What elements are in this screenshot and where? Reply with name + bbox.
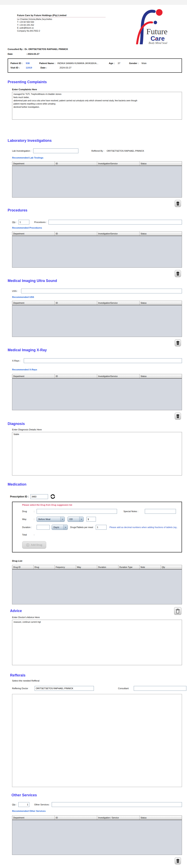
section-title-referrals: Refferals — [10, 673, 187, 678]
procedures-trash-row — [0, 270, 187, 277]
list-cell: Drug ID — [12, 565, 34, 569]
other-services-input-row: Qty : Other Services : — [12, 802, 187, 807]
lab-table-body[interactable] — [12, 166, 182, 197]
list-cell: Fequency — [55, 565, 76, 569]
age-value: 37 — [118, 62, 120, 64]
lab-input-row: Lab Investingation : Reffered By : ORITS… — [12, 148, 187, 153]
section-title-xray: Medical Imaging X-Ray — [8, 348, 187, 352]
lab-clear-trash-button[interactable] — [175, 200, 181, 207]
duration-input[interactable] — [37, 525, 50, 530]
add-drug-button[interactable]: Add Drug — [22, 541, 46, 549]
xray-label: X-Rays : — [12, 360, 21, 362]
list-cell: E: jude@future.sc — [17, 27, 112, 29]
advice-textarea[interactable]: reassure, continue current mgt — [12, 620, 182, 665]
recommended-uss-link[interactable]: Recommended USS — [12, 296, 34, 298]
chevron-down-icon: ▼ — [79, 517, 83, 522]
recommended-xray-link[interactable]: Recommended X-Rays — [12, 368, 37, 371]
heart-icon: ♥ — [155, 38, 156, 40]
date-value: : 2024-03-27 — [26, 53, 39, 55]
duration-type-select[interactable]: Day/s ▼ — [52, 525, 68, 530]
way-select[interactable]: Before Meal ▼ — [37, 517, 65, 522]
procedures-table: DepartmentIDInvestigation/ServiceStatus — [12, 231, 182, 268]
patient-info-bar: Patient ID : 938 Patient Name : INDIKA S… — [8, 58, 182, 73]
list-cell: Duration — [97, 565, 118, 569]
referral-list-box[interactable] — [12, 694, 182, 787]
recommended-other-services-link[interactable]: Recommended Other Services — [12, 810, 46, 812]
refresh-prescription-button[interactable] — [50, 494, 55, 499]
frequency-qty-input[interactable] — [86, 517, 96, 522]
other-services-table-body[interactable] — [12, 820, 182, 855]
other-services-input[interactable] — [52, 802, 182, 807]
other-services-clear-trash-button[interactable] — [175, 857, 181, 864]
advice-header-row: Advice — [0, 607, 187, 615]
procedures-table-body[interactable] — [12, 236, 182, 268]
consultant-label: Consultant — [118, 687, 134, 689]
list-cell: ID — [55, 301, 97, 305]
consultant-input[interactable] — [134, 686, 186, 691]
recommended-procedures-link[interactable]: Recommended Procedures — [12, 226, 42, 229]
list-cell: Qty — [161, 565, 182, 569]
window-top-strip — [0, 0, 187, 5]
section-title-ultrasound: Medical Imaging Ultra Sound — [8, 279, 187, 283]
list-cell: Status — [140, 231, 182, 236]
lab-investigation-input[interactable] — [33, 148, 78, 153]
prescription-id-input[interactable] — [30, 494, 48, 499]
drug-input[interactable] — [37, 509, 117, 514]
list-cell: Investigation/Service — [97, 374, 140, 378]
lab-trash-row — [0, 200, 187, 207]
special-notes-input[interactable] — [145, 509, 176, 514]
referred-by-label: Reffered By : — [91, 150, 104, 152]
referrals-label: Select the needed Refferal — [12, 680, 187, 682]
other-qty-label: Qty : — [12, 803, 17, 806]
advice-label: Enter Doctor's Advice Here — [12, 616, 187, 618]
section-title-other-services: Other Services — [11, 793, 187, 797]
recommended-lab-testings-link[interactable]: Recommended Lab Testings — [12, 156, 43, 159]
xray-table-body[interactable] — [12, 379, 182, 410]
plus-circle-icon — [26, 544, 29, 547]
list-cell: Way — [76, 565, 97, 569]
lab-table: DepartmentIDInvestigation/ServiceStatus — [12, 161, 182, 197]
list-cell: Department — [12, 161, 55, 165]
complaints-textarea[interactable]: managed for ?UTI, ?nephrolithiasis r/o b… — [12, 92, 182, 120]
drug-entry-panel: Please select the Drug from Drug suggess… — [12, 502, 182, 552]
procedures-input[interactable] — [48, 220, 182, 224]
uss-clear-trash-button[interactable] — [175, 339, 181, 346]
xray-input[interactable] — [24, 358, 182, 363]
list-cell: Company No.8417652-2 — [17, 30, 112, 32]
drug-list-table-body[interactable] — [12, 569, 182, 604]
visit-id-value: 11919 — [26, 66, 32, 69]
referring-doctor-input[interactable] — [35, 686, 94, 691]
date-label: Date — [8, 53, 26, 55]
chevron-down-icon: ▼ — [60, 517, 65, 522]
lab-input-label: Lab Investingation : — [12, 150, 31, 152]
other-services-label: Other Services : — [34, 803, 50, 806]
other-qty-input[interactable] — [18, 802, 29, 807]
list-cell: ID — [55, 374, 97, 378]
list-cell: Department — [12, 301, 55, 305]
xray-clear-trash-button[interactable] — [175, 413, 181, 420]
logo-red-dot — [156, 9, 163, 16]
prescription-id-label: Prescription ID : — [10, 495, 29, 498]
colon: : — [34, 518, 37, 520]
list-cell: ID — [55, 816, 97, 820]
drug-list-clear-trash-button[interactable] — [174, 607, 181, 615]
age-label: Age : — [109, 62, 118, 64]
procedures-clear-trash-button[interactable] — [175, 270, 181, 277]
diagnosis-textarea[interactable]: Stable — [12, 432, 182, 475]
consultation-date-line: Date : 2024-03-27 — [8, 53, 187, 55]
frequency-select-value: OD — [68, 518, 79, 520]
section-title-presenting-complaints: Presenting Complaints — [8, 80, 187, 84]
xray-table-header: DepartmentIDInvestigation/ServiceStatus — [12, 374, 182, 379]
uss-table-body[interactable] — [12, 305, 182, 337]
section-title-medication: Medication — [8, 482, 187, 487]
procedures-qty-input[interactable] — [18, 220, 29, 224]
referral-inputs-row: Reffering Doctor Consultant — [12, 686, 187, 691]
uss-input[interactable] — [21, 288, 182, 293]
company-logo: Future Care ♥ Body Mind Soul — [123, 5, 185, 45]
per-meal-input[interactable] — [96, 525, 107, 530]
trash-icon — [176, 859, 180, 863]
chevron-down-icon: ▼ — [63, 525, 68, 530]
patient-row-1: Patient ID : 938 Patient Name : INDIKA S… — [10, 61, 179, 65]
list-cell: Le Chainter,Victoria,Mahe,Seychelles — [17, 18, 112, 20]
frequency-select[interactable]: OD ▼ — [68, 517, 84, 522]
